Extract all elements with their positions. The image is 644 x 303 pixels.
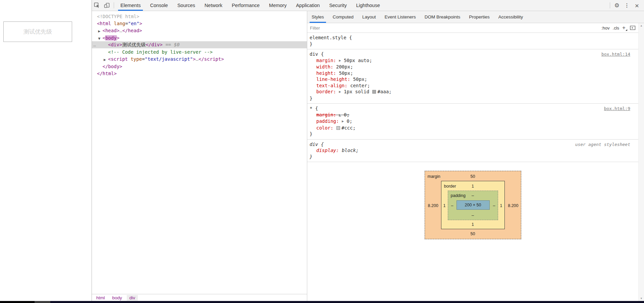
border-top-value[interactable]: 1 bbox=[425, 183, 521, 190]
tab-memory[interactable]: Memory bbox=[264, 0, 291, 11]
toggle-pseudo-classes-button[interactable]: :hov bbox=[601, 26, 610, 31]
chevron-down-icon[interactable]: ▼ bbox=[98, 37, 103, 40]
margin-top-value[interactable]: 50 bbox=[425, 173, 521, 180]
tab-lighthouse[interactable]: Lighthouse bbox=[352, 0, 385, 11]
dom-token: <div> bbox=[108, 42, 122, 47]
css-property[interactable]: margin: ▶ 0; bbox=[307, 112, 638, 118]
breadcrumb-html[interactable]: html bbox=[94, 295, 108, 301]
dom-token: </body> bbox=[103, 64, 122, 69]
dom-token: == $0 bbox=[163, 42, 180, 47]
border-left-value[interactable]: 1 bbox=[443, 203, 446, 209]
scroll-down-icon[interactable]: ▼ bbox=[640, 297, 643, 300]
styles-scrollbar[interactable]: ▲ ▼ bbox=[638, 23, 644, 301]
inspect-element-button[interactable] bbox=[92, 0, 102, 11]
css-property[interactable]: color: #ccc; bbox=[307, 125, 638, 131]
dock-sidebar-button[interactable] bbox=[630, 26, 636, 30]
sidebar-tab-dom-breakpoints[interactable]: DOM Breakpoints bbox=[420, 11, 465, 23]
border-right-value[interactable]: 1 bbox=[500, 203, 502, 209]
expand-shorthand-icon[interactable]: ▶ bbox=[339, 59, 341, 62]
expand-shorthand-icon[interactable]: ▶ bbox=[342, 120, 344, 123]
rule-close-brace: } bbox=[307, 41, 638, 47]
margin-right-value[interactable]: 8.200 bbox=[508, 203, 518, 209]
dom-token: </div> bbox=[146, 42, 163, 47]
rule-selector[interactable]: element.style { bbox=[307, 35, 638, 41]
dom-row[interactable]: </body> bbox=[92, 63, 307, 70]
padding-left-value[interactable]: – bbox=[451, 203, 453, 209]
source-link[interactable]: box.html:14 bbox=[601, 51, 630, 58]
dom-token: <script bbox=[108, 56, 130, 62]
sidebar-tab-computed[interactable]: Computed bbox=[328, 11, 358, 23]
css-property[interactable]: text-align: center; bbox=[307, 83, 638, 89]
sidebar-tab-styles[interactable]: Styles bbox=[307, 11, 328, 23]
dom-tree: <!DOCTYPE html><html lang="en">▶<head>…<… bbox=[92, 11, 307, 294]
margin-left-value[interactable]: 8.200 bbox=[428, 203, 438, 209]
color-swatch[interactable] bbox=[372, 90, 376, 94]
tab-network[interactable]: Network bbox=[200, 0, 227, 11]
dom-token: … bbox=[119, 28, 122, 33]
dom-token: </head> bbox=[122, 28, 142, 33]
box-model-content[interactable]: 200 × 50 bbox=[457, 200, 490, 210]
dom-row[interactable]: <html lang="en"> bbox=[92, 20, 307, 27]
tab-security[interactable]: Security bbox=[324, 0, 351, 11]
breadcrumb-body[interactable]: body bbox=[110, 295, 125, 301]
dom-token: > bbox=[117, 35, 119, 41]
padding-top-value[interactable]: – bbox=[425, 193, 521, 199]
padding-right-value[interactable]: – bbox=[493, 203, 495, 209]
style-rule-section: user agent stylesheetdiv {display: block… bbox=[307, 140, 638, 162]
dom-row[interactable]: ▼<body> bbox=[92, 34, 307, 41]
dom-row[interactable]: </html> bbox=[92, 70, 307, 77]
dom-row[interactable]: ▶<head>…</head> bbox=[92, 27, 307, 34]
styles-filter-input[interactable]: Filter bbox=[310, 26, 598, 31]
row-gutter-dots: … bbox=[93, 42, 96, 47]
settings-button[interactable]: ⚙ bbox=[612, 2, 622, 9]
border-bottom-value[interactable]: 1 bbox=[425, 221, 521, 228]
rule-selector[interactable]: div { bbox=[307, 51, 638, 57]
dom-row[interactable]: <!-- Code injected by live-server --> bbox=[92, 48, 307, 55]
new-style-rule-button[interactable]: + bbox=[622, 24, 627, 31]
breadcrumb-div[interactable]: div bbox=[127, 295, 138, 301]
css-property[interactable]: line-height: 50px; bbox=[307, 76, 638, 83]
sidebar-tab-layout[interactable]: Layout bbox=[358, 11, 380, 23]
new-style-rule-caret-icon bbox=[626, 29, 627, 31]
css-property[interactable]: padding: ▶ 0; bbox=[307, 118, 638, 125]
rule-close-brace: } bbox=[307, 154, 638, 160]
more-options-button[interactable]: ⋮ bbox=[622, 2, 632, 8]
expand-shorthand-icon[interactable]: ▶ bbox=[339, 113, 341, 116]
dom-token: = bbox=[142, 56, 145, 62]
style-rule-section: element.style {} bbox=[307, 33, 638, 49]
dom-row[interactable]: ▶<script type="text/javascript">…</scrip… bbox=[92, 56, 307, 63]
style-rule-section: box.html:14div {margin: ▶ 50px auto;widt… bbox=[307, 49, 638, 104]
sidebar-tab-properties[interactable]: Properties bbox=[465, 11, 494, 23]
sidebar-tab-accessibility[interactable]: Accessibility bbox=[494, 11, 528, 23]
expand-shorthand-icon[interactable]: ▶ bbox=[339, 90, 341, 93]
margin-bottom-value[interactable]: 50 bbox=[425, 231, 521, 237]
scroll-up-icon[interactable]: ▲ bbox=[640, 24, 643, 27]
tab-application[interactable]: Application bbox=[291, 0, 324, 11]
dom-token: <head> bbox=[103, 28, 120, 33]
sidebar-tab-event-listeners[interactable]: Event Listeners bbox=[380, 11, 420, 23]
tab-performance[interactable]: Performance bbox=[227, 0, 264, 11]
chevron-right-icon[interactable]: ▶ bbox=[98, 30, 103, 33]
dom-row[interactable]: …<div>测试优先级</div> == $0 bbox=[92, 41, 307, 48]
styles-filter-bar: Filter :hov .cls + bbox=[307, 23, 638, 33]
styles-rule-list: element.style {}box.html:14div {margin: … bbox=[307, 33, 644, 301]
source-link[interactable]: box.html:9 bbox=[604, 106, 630, 112]
dom-row[interactable]: <!DOCTYPE html> bbox=[92, 13, 307, 20]
close-devtools-button[interactable]: × bbox=[632, 2, 642, 9]
css-property[interactable]: display: block; bbox=[307, 147, 638, 154]
css-property[interactable]: border: ▶ 1px solid #aaa; bbox=[307, 89, 638, 95]
css-property[interactable]: height: 50px; bbox=[307, 70, 638, 77]
tab-sources[interactable]: Sources bbox=[173, 0, 200, 11]
dom-token: <html bbox=[97, 21, 114, 26]
inspect-cursor-icon bbox=[94, 2, 100, 8]
rule-selector[interactable]: * { bbox=[307, 105, 638, 112]
tab-console[interactable]: Console bbox=[145, 0, 172, 11]
chevron-right-icon[interactable]: ▶ bbox=[104, 58, 108, 61]
toggle-element-classes-button[interactable]: .cls bbox=[613, 26, 620, 31]
device-toolbar-button[interactable] bbox=[102, 0, 112, 11]
padding-bottom-value[interactable]: – bbox=[425, 212, 521, 219]
color-swatch[interactable] bbox=[336, 126, 340, 130]
tab-elements[interactable]: Elements bbox=[116, 0, 145, 11]
css-property[interactable]: margin: ▶ 50px auto; bbox=[307, 57, 638, 64]
css-property[interactable]: width: 200px; bbox=[307, 64, 638, 70]
